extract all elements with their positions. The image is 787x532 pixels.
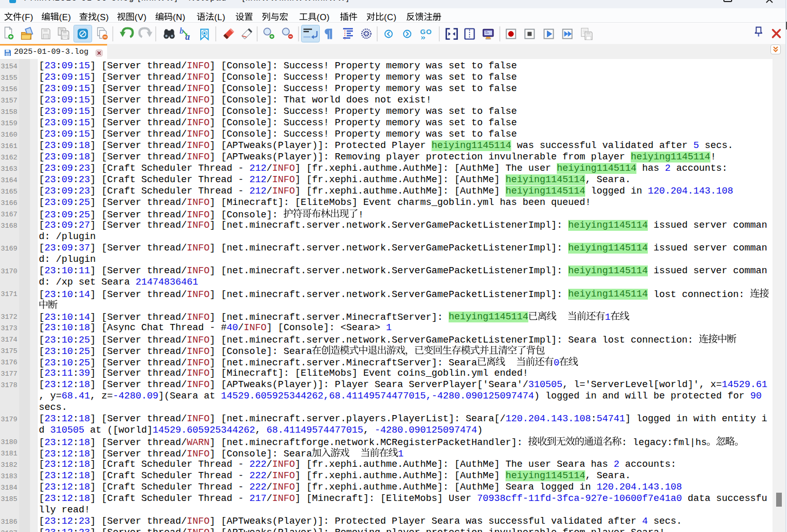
svg-text:b: b xyxy=(180,26,184,35)
svg-text:GO: GO xyxy=(420,28,432,36)
